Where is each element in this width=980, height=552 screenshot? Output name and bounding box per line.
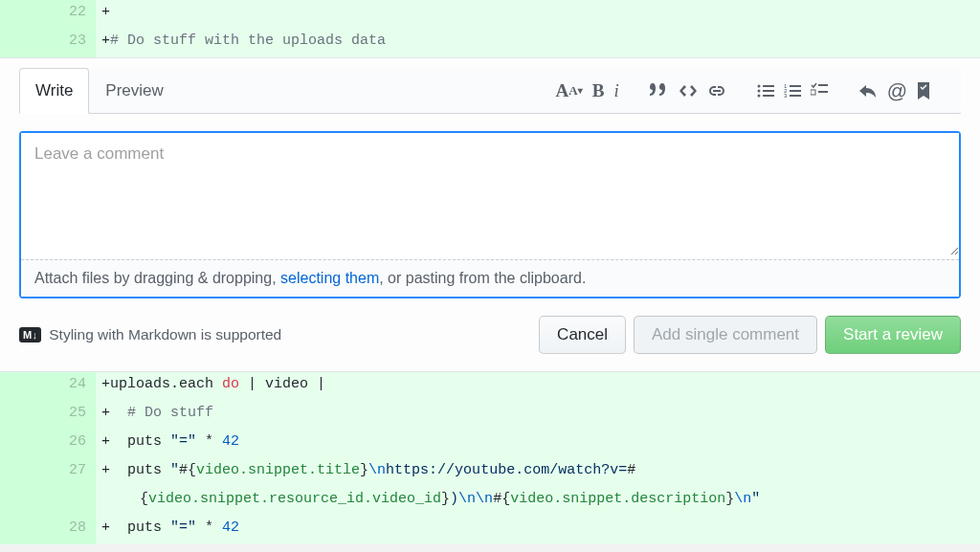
svg-point-1 (757, 89, 760, 92)
diff-row: 27+ puts "#{video.snippet.title}\nhttps:… (0, 458, 980, 487)
line-number: 24 (48, 372, 96, 401)
line-number: 28 (48, 516, 96, 544)
comment-tab-header: Write Preview AA▾ B i (19, 68, 961, 114)
line-content: + (96, 0, 980, 29)
line-content: + # Do stuff (96, 401, 980, 430)
line-number: 27 (48, 458, 96, 487)
textarea-wrapper: Attach files by dragging & dropping, sel… (19, 131, 961, 298)
line-content: + puts "=" * 42 (96, 430, 980, 458)
diff-row: 26+ puts "=" * 42 (0, 430, 980, 458)
svg-rect-12 (818, 84, 828, 86)
quote-icon[interactable] (650, 83, 669, 99)
svg-rect-10 (790, 90, 801, 92)
line-content: {video.snippet.resource_id.video_id})\n\… (96, 487, 980, 516)
markdown-hint-text: Styling with Markdown is supported (49, 326, 281, 343)
diff-table-bottom: 24+uploads.each do | video |25+ # Do stu… (0, 372, 980, 544)
heading-icon[interactable]: AA▾ (556, 80, 583, 101)
ul-icon[interactable] (757, 83, 774, 99)
attach-hint: Attach files by dragging & dropping, sel… (21, 259, 959, 297)
svg-rect-9 (790, 85, 801, 87)
reply-icon[interactable] (858, 83, 878, 99)
markdown-icon: M↓ (19, 327, 41, 342)
svg-rect-4 (763, 90, 774, 92)
svg-point-2 (757, 94, 760, 97)
svg-rect-11 (790, 95, 801, 97)
line-number: 26 (48, 430, 96, 458)
svg-rect-3 (763, 85, 774, 87)
saved-reply-icon[interactable] (917, 82, 930, 99)
line-number: 25 (48, 401, 96, 430)
line-content: + puts "#{video.snippet.title}\nhttps://… (96, 458, 980, 487)
line-content: +# Do stuff with the uploads data (96, 29, 980, 57)
tab-write[interactable]: Write (19, 68, 89, 114)
diff-table-top: 22 + 23 +# Do stuff with the uploads dat… (0, 0, 980, 57)
italic-icon[interactable]: i (613, 80, 618, 101)
svg-rect-14 (818, 91, 828, 93)
link-icon[interactable] (707, 83, 726, 99)
start-review-button[interactable]: Start a review (825, 316, 961, 354)
diff-row: 25+ # Do stuff (0, 401, 980, 430)
add-single-comment-button[interactable]: Add single comment (634, 316, 817, 354)
ol-icon[interactable]: 123 (784, 83, 801, 99)
bold-icon[interactable]: B (592, 80, 605, 101)
tab-preview[interactable]: Preview (89, 68, 179, 113)
diff-row: 23 +# Do stuff with the uploads data (0, 29, 980, 57)
diff-row: {video.snippet.resource_id.video_id})\n\… (0, 487, 980, 516)
diff-row: 24+uploads.each do | video | (0, 372, 980, 401)
line-number: 22 (48, 0, 96, 29)
markdown-hint: M↓ Styling with Markdown is supported (19, 326, 281, 343)
inline-comment-form: Write Preview AA▾ B i (0, 57, 980, 372)
diff-row: 22 + (0, 0, 980, 29)
code-icon[interactable] (679, 83, 698, 99)
svg-point-0 (757, 84, 760, 87)
select-files-link[interactable]: selecting them (280, 270, 379, 286)
mention-icon[interactable]: @ (887, 79, 907, 102)
line-number: 23 (48, 29, 96, 57)
diff-row: 28+ puts "=" * 42 (0, 516, 980, 544)
line-content: + puts "=" * 42 (96, 516, 980, 544)
svg-rect-13 (811, 90, 815, 95)
formatting-toolbar: AA▾ B i (543, 79, 961, 102)
comment-textarea[interactable] (21, 133, 959, 255)
svg-rect-5 (763, 95, 774, 97)
svg-text:3: 3 (784, 93, 788, 99)
comment-footer: M↓ Styling with Markdown is supported Ca… (19, 316, 961, 362)
line-content: +uploads.each do | video | (96, 372, 980, 401)
cancel-button[interactable]: Cancel (539, 316, 626, 354)
tasklist-icon[interactable] (811, 83, 828, 99)
